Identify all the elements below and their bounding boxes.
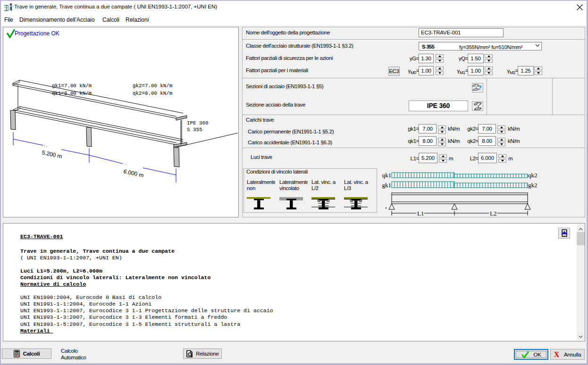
svg-text:qk1=8.00 kN/m: qk1=8.00 kN/m	[52, 91, 92, 96]
svg-text:?: ?	[478, 83, 482, 91]
svg-text:qk2=8.00 kN/m: qk2=8.00 kN/m	[133, 91, 172, 96]
svg-text:gk1: gk1	[382, 182, 391, 189]
svg-text:5.200 m: 5.200 m	[41, 149, 62, 160]
svg-text:qk2: qk2	[528, 172, 538, 179]
svg-text:Progettazione OK: Progettazione OK	[15, 30, 59, 37]
svg-text:gk2: gk2	[528, 182, 538, 189]
svg-text:S 355: S 355	[187, 127, 202, 133]
svg-text:L2: L2	[490, 210, 496, 217]
svg-text:gk2=7.00 kN/m: gk2=7.00 kN/m	[133, 83, 172, 89]
svg-text:IPE 360: IPE 360	[187, 120, 208, 126]
svg-text:qk1: qk1	[382, 172, 391, 179]
svg-text:gk1=7.00 kN/m: gk1=7.00 kN/m	[52, 83, 92, 89]
svg-text:6.000 m: 6.000 m	[123, 168, 144, 179]
svg-text:L1: L1	[417, 210, 424, 217]
